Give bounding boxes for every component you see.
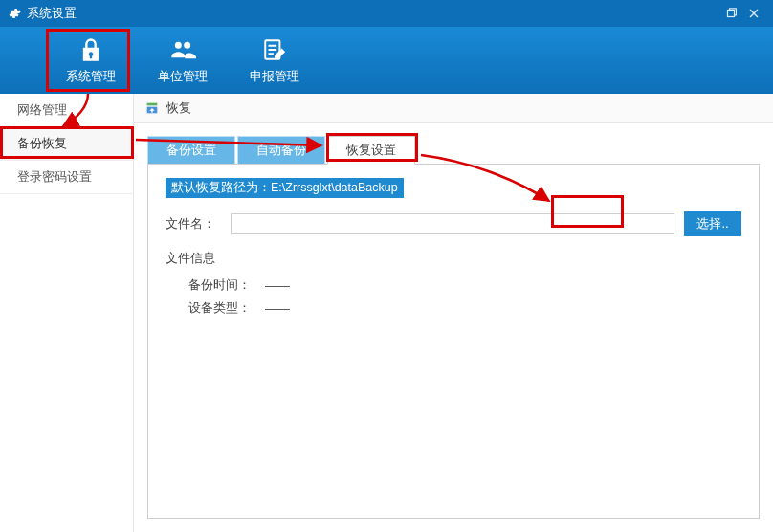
people-icon [168,35,197,64]
toolbar-item-label: 单位管理 [158,68,208,85]
tab-label: 备份设置 [166,143,216,157]
fileinfo-title: 文件信息 [166,250,741,267]
choose-button[interactable]: 选择.. [684,211,741,236]
filename-input[interactable] [231,213,674,234]
filename-label: 文件名： [166,215,231,233]
restore-panel: 默认恢复路径为：E:\Zrrssglxt\dataBackup 文件名： 选择.… [147,164,760,519]
sidebar-item-backup-restore[interactable]: 备份恢复 [0,127,133,161]
sidebar-item-password[interactable]: 登录密码设置 [0,161,133,194]
fileinfo-device-type: 设备类型： —— [188,299,741,317]
default-path-text: 默认恢复路径为：E:\Zrrssglxt\dataBackup [166,178,404,198]
gear-icon [8,7,21,20]
svg-rect-0 [728,11,735,17]
backup-time-label: 备份时间： [188,277,265,294]
title-bar: 系统设置 [0,0,773,27]
choose-button-label: 选择.. [696,216,728,231]
sidebar-item-label: 备份恢复 [17,136,67,150]
toolbar-item-label: 系统管理 [66,68,116,85]
device-type-label: 设备类型： [188,299,265,317]
toolbar-item-declare[interactable]: 申报管理 [232,27,318,94]
restore-window-icon[interactable] [719,2,742,25]
sidebar-item-label: 登录密码设置 [17,169,92,184]
sidebar-item-network[interactable]: 网络管理 [0,94,133,127]
toolbar-item-system[interactable]: 系统管理 [48,27,134,94]
tab-auto-backup[interactable]: 自动备份 [237,136,325,164]
tab-label: 恢复设置 [346,143,396,157]
sidebar-item-label: 网络管理 [17,102,67,117]
tab-row: 备份设置 自动备份 恢复设置 [134,123,773,164]
window-title: 系统设置 [27,5,77,22]
close-window-icon[interactable] [742,2,765,25]
page-title: 恢复 [166,100,191,117]
form-edit-icon [260,35,289,64]
main-panel: 恢复 备份设置 自动备份 恢复设置 默认恢复路径为：E:\Zrrssglxt\d… [134,94,773,532]
tab-label: 自动备份 [256,143,306,157]
fileinfo-backup-time: 备份时间： —— [188,277,741,294]
device-type-value: —— [265,301,290,316]
tab-restore-settings[interactable]: 恢复设置 [327,136,415,165]
toolbar-item-unit[interactable]: 单位管理 [140,27,226,94]
toolbar-item-label: 申报管理 [250,68,299,85]
lock-icon [77,35,105,64]
tab-backup-settings[interactable]: 备份设置 [147,136,235,164]
restore-icon [144,100,161,117]
top-toolbar: 系统管理 单位管理 申报管理 [0,27,773,94]
backup-time-value: —— [265,278,290,293]
sidebar: 网络管理 备份恢复 登录密码设置 [0,94,134,532]
page-header: 恢复 [134,94,773,123]
